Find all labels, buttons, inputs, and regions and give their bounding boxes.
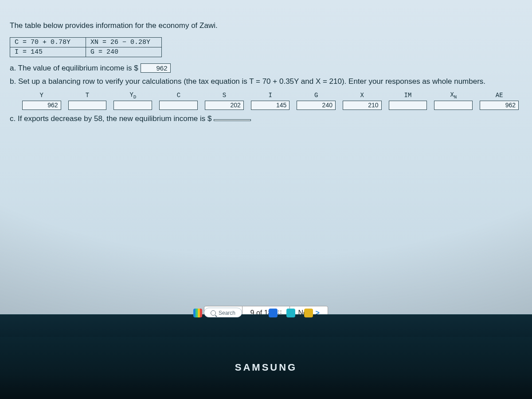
cell-x[interactable]: 210: [343, 101, 382, 110]
cell-g[interactable]: 240: [297, 101, 336, 110]
eq-xn: XN = 26 − 0.28Y: [86, 38, 162, 47]
search-icon: [211, 310, 216, 316]
hdr-im: IM: [385, 91, 431, 101]
equations-table: C = 70 + 0.78Y XN = 26 − 0.28Y I = 145 G…: [10, 37, 162, 57]
cell-t[interactable]: [68, 101, 107, 110]
hdr-x: X: [339, 91, 385, 101]
eq-i: I = 145: [10, 47, 86, 57]
hdr-t: T: [65, 91, 110, 101]
part-a: a. The value of equilibrium income is $ …: [10, 63, 522, 73]
hdr-c: C: [156, 91, 201, 101]
hdr-i: I: [247, 91, 293, 101]
search-placeholder: Search: [219, 310, 235, 316]
balancing-row: Y T YD C S I G X IM XN AE 962 202 145 24…: [19, 91, 522, 110]
cell-s[interactable]: 202: [205, 101, 244, 110]
intro-text: The table below provides information for…: [10, 21, 522, 30]
taskbar: Search: [0, 314, 532, 337]
cell-i[interactable]: 145: [251, 101, 290, 110]
taskbar-app-icon[interactable]: [269, 309, 278, 317]
start-icon[interactable]: [193, 309, 202, 317]
part-c: c. If exports decrease by 58, the new eq…: [10, 114, 522, 123]
part-a-input[interactable]: 962: [141, 63, 171, 73]
taskbar-search[interactable]: Search: [204, 308, 242, 317]
eq-g: G = 240: [86, 47, 162, 57]
part-b-text: b. Set up a balancing row to verify your…: [10, 77, 485, 86]
monitor-brand: SAMSUNG: [235, 362, 297, 373]
question-area: The table below provides information for…: [0, 0, 532, 337]
hdr-y: Y: [19, 91, 65, 101]
hdr-ae: AE: [476, 91, 522, 101]
hdr-yd: YD: [110, 91, 156, 101]
cell-y[interactable]: 962: [22, 101, 61, 110]
hdr-g: G: [293, 91, 339, 101]
taskbar-app-icon[interactable]: [286, 309, 295, 317]
part-c-input[interactable]: [214, 119, 251, 121]
eq-c: C = 70 + 0.78Y: [10, 38, 86, 47]
cell-c[interactable]: [159, 101, 198, 110]
cell-ae[interactable]: 962: [480, 101, 519, 110]
monitor-bezel: SAMSUNG: [0, 337, 532, 399]
part-c-text: c. If exports decrease by 58, the new eq…: [10, 114, 211, 123]
part-a-text: a. The value of equilibrium income is $: [10, 64, 138, 72]
taskbar-app-icon[interactable]: [304, 309, 313, 317]
cell-yd[interactable]: [113, 101, 152, 110]
cell-im[interactable]: [389, 101, 427, 110]
hdr-s: S: [201, 91, 247, 101]
cell-xn[interactable]: [434, 101, 473, 110]
part-b: b. Set up a balancing row to verify your…: [10, 76, 522, 87]
hdr-xn: XN: [430, 91, 476, 101]
